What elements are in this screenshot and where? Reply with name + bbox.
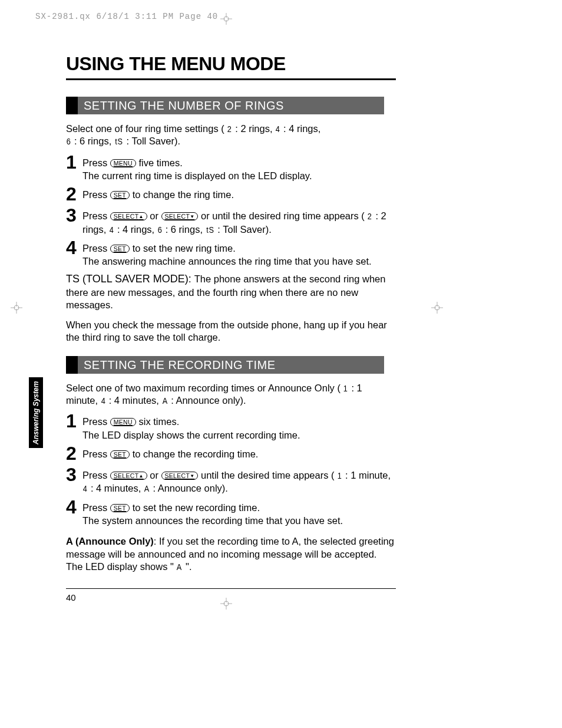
section-heading-rings: SETTING THE NUMBER OF RINGS <box>66 97 384 114</box>
text: Press <box>82 189 110 200</box>
text: Press <box>82 502 110 513</box>
step-body: Press SELECT▲ or SELECT▼ or until the de… <box>82 208 396 236</box>
text: to set the new recording time. <box>133 502 260 513</box>
sidebar-tab: Answering System <box>29 377 43 448</box>
text: : 4 minutes, <box>91 483 144 493</box>
text: or until the desired ring time appears ( <box>201 210 365 221</box>
text: Press <box>82 470 110 480</box>
text: : 1 minute, <box>345 470 391 480</box>
step-body: Press SET to change the recording time. <box>82 446 396 460</box>
intro-text: Select one of four ring time settings ( … <box>66 123 396 148</box>
footer-rule <box>66 588 396 589</box>
seg-digit: tS <box>115 136 123 147</box>
text: : 4 minutes, <box>109 395 162 406</box>
menu-button-icon: MENU <box>110 159 136 167</box>
step-number: 3 <box>66 465 82 484</box>
seg-digit: A <box>144 483 150 495</box>
text: A (Announce Only) <box>66 536 154 546</box>
text: : 4 rings, <box>283 123 320 134</box>
set-button-icon: SET <box>110 504 130 512</box>
text: Select one of two maximum recording time… <box>66 383 340 393</box>
seg-digit: A <box>177 561 182 573</box>
select-down-button-icon: SELECT▼ <box>161 212 199 220</box>
text: Press <box>82 210 110 221</box>
seg-digit: 4 <box>83 483 88 495</box>
step-body: Press MENU six times. The LED display sh… <box>82 414 396 442</box>
seg-digit: 1 <box>343 383 348 394</box>
step-number: 4 <box>66 498 82 516</box>
crop-mark-icon <box>220 13 232 25</box>
text: ". <box>183 561 191 572</box>
text: : Toll Saver). <box>127 136 180 146</box>
text: Press <box>82 243 110 253</box>
select-up-button-icon: SELECT▲ <box>110 472 147 480</box>
seg-digit: 2 <box>227 123 232 135</box>
seg-digit: 1 <box>338 470 342 482</box>
intro-text: Select one of two maximum recording time… <box>66 382 396 407</box>
text: or <box>150 210 161 221</box>
page-content: USING THE MENU MODE SETTING THE NUMBER O… <box>66 53 396 602</box>
step-body: Press SET to set the new recording time.… <box>82 500 396 528</box>
set-button-icon: SET <box>110 245 130 253</box>
step-number: 1 <box>66 411 82 430</box>
seg-digit: 6 <box>67 136 71 147</box>
page-number: 40 <box>66 592 396 602</box>
text: The LED display shows the current record… <box>82 430 300 440</box>
text: The system announces the recording time … <box>82 515 343 526</box>
select-up-button-icon: SELECT▲ <box>110 212 147 220</box>
page-title: USING THE MENU MODE <box>66 53 396 80</box>
text: five times. <box>138 157 182 168</box>
text: : 6 rings, <box>74 136 114 146</box>
seg-digit: 2 <box>368 210 372 222</box>
step-1: 1 Press MENU six times. The LED display … <box>66 414 396 442</box>
step-number: 2 <box>66 444 82 463</box>
text: Select one of four ring time settings ( <box>66 123 224 134</box>
step-2: 2 Press SET to change the ring time. <box>66 187 396 203</box>
text: : Announce only). <box>153 483 228 493</box>
step-number: 2 <box>66 185 82 203</box>
step-2: 2 Press SET to change the recording time… <box>66 446 396 463</box>
set-button-icon: SET <box>110 450 130 459</box>
print-header: SX-2981.qx 6/18/1 3:11 PM Page 40 <box>35 12 218 21</box>
seg-digit: 6 <box>157 224 162 236</box>
step-body: Press SELECT▲ or SELECT▼ until the desir… <box>82 467 396 495</box>
menu-button-icon: MENU <box>110 418 136 426</box>
seg-digit: 4 <box>276 123 280 135</box>
toll-saver-note: TS (TOLL SAVER MODE): The phone answers … <box>66 272 396 311</box>
text: TS (TOLL SAVER MODE): <box>66 273 194 285</box>
step-body: Press MENU five times. The current ring … <box>82 155 396 183</box>
crop-mark-icon <box>11 302 22 314</box>
step-number: 3 <box>66 206 82 225</box>
text: to set the new ring time. <box>133 243 236 253</box>
seg-digit: tS <box>206 224 214 236</box>
text: to change the ring time. <box>133 189 234 200</box>
step-number: 4 <box>66 238 82 257</box>
text: Press <box>82 449 110 459</box>
seg-digit: A <box>162 395 167 407</box>
text: : 2 rings, <box>235 123 275 134</box>
text: six times. <box>138 416 179 427</box>
step-number: 1 <box>66 153 82 172</box>
step-4: 4 Press SET to set the new recording tim… <box>66 500 396 528</box>
seg-digit: 4 <box>110 224 114 236</box>
toll-saver-tip: When you check the message from the outs… <box>66 319 396 344</box>
set-button-icon: SET <box>110 191 130 199</box>
text: : 6 rings, <box>166 224 206 235</box>
text: The answering machine announces the ring… <box>82 256 372 266</box>
text: : Toll Saver). <box>217 224 271 235</box>
text: : Announce only). <box>171 395 246 406</box>
announce-only-note: A (Announce Only): If you set the record… <box>66 535 396 573</box>
step-3: 3 Press SELECT▲ or SELECT▼ until the des… <box>66 467 396 495</box>
step-4: 4 Press SET to set the new ring time. Th… <box>66 241 396 268</box>
step-body: Press SET to change the ring time. <box>82 187 396 201</box>
seg-digit: 4 <box>101 395 105 407</box>
text: Press <box>82 157 110 168</box>
text: or <box>150 470 161 480</box>
section-heading-recording: SETTING THE RECORDING TIME <box>66 356 384 374</box>
text: The current ring time is displayed on th… <box>82 170 312 181</box>
step-body: Press SET to set the new ring time. The … <box>82 241 396 268</box>
crop-mark-icon <box>431 302 443 314</box>
text: to change the recording time. <box>133 449 259 459</box>
step-3: 3 Press SELECT▲ or SELECT▼ or until the … <box>66 208 396 236</box>
step-1: 1 Press MENU five times. The current rin… <box>66 155 396 183</box>
